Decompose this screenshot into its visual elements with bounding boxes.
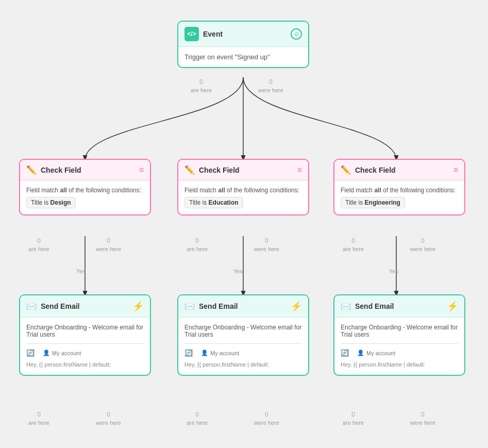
yes-label-center: Yes: [233, 268, 243, 274]
send-right-header: ✉️ Send Email ⚡: [334, 295, 464, 318]
send-email-node-left[interactable]: ✉️ Send Email ⚡ Encharge Onboarding - We…: [19, 294, 151, 376]
send-right-preview: Hey, {{ person.firstName | default:: [341, 361, 458, 369]
yes-label-right: Yes: [389, 268, 398, 274]
check-left-counters: 0are here 0were here: [28, 237, 121, 253]
check-right-filter-icon: ≡: [453, 165, 458, 175]
send-right-body: Encharge Onboarding - Welcome email for …: [334, 318, 464, 375]
check-center-header: ✏️ Check Field ≡: [178, 160, 308, 180]
event-settings-icon[interactable]: ⊙: [291, 28, 302, 40]
check-right-header: ✏️ Check Field ≡: [334, 160, 464, 180]
send-left-body: Encharge Onboarding - Welcome email for …: [20, 318, 150, 375]
send-center-meta: 🔄 👤 My account: [184, 349, 302, 357]
check-node-right[interactable]: ✏️ Check Field ≡ Field match all of the …: [333, 159, 465, 215]
send-center-header: ✉️ Send Email ⚡: [178, 295, 308, 318]
send-right-title: Send Email: [355, 302, 394, 310]
send-left-counters: 0are here 0were here: [28, 411, 121, 426]
event-node-body: Trigger on event "Signed up": [178, 47, 308, 67]
event-node[interactable]: </> Event ⊙ Trigger on event "Signed up": [177, 21, 309, 68]
check-center-title: Check Field: [199, 166, 240, 174]
check-left-pencil-icon: ✏️: [26, 165, 37, 175]
send-center-account-icon: 👤: [201, 350, 208, 356]
check-center-counters: 0are here 0were here: [187, 237, 279, 253]
check-right-body: Field match all of the following conditi…: [334, 180, 464, 214]
send-left-refresh-icon: 🔄: [26, 349, 35, 357]
event-counter-right: 0 were here: [258, 78, 283, 94]
check-node-left[interactable]: ✏️ Check Field ≡ Field match all of the …: [19, 159, 151, 215]
check-right-condition: Title is Engineering: [341, 197, 405, 208]
check-right-title: Check Field: [355, 166, 396, 174]
send-left-account-icon: 👤: [43, 350, 50, 356]
send-left-header: ✉️ Send Email ⚡: [20, 295, 150, 318]
check-node-center[interactable]: ✏️ Check Field ≡ Field match all of the …: [177, 159, 309, 215]
send-center-email-icon: ✉️: [184, 302, 195, 311]
send-right-email-icon: ✉️: [341, 302, 351, 311]
send-left-email-icon: ✉️: [26, 302, 37, 311]
event-node-header: </> Event ⊙: [178, 22, 308, 47]
check-right-pencil-icon: ✏️: [341, 165, 351, 175]
send-left-title: Send Email: [41, 302, 79, 310]
send-left-preview: Hey, {{ person.firstName | default:: [26, 361, 144, 369]
check-left-header: ✏️ Check Field ≡: [20, 160, 150, 180]
check-center-body: Field match all of the following conditi…: [178, 180, 308, 214]
send-right-account-icon: 👤: [357, 350, 364, 356]
send-center-preview: Hey, {{ person.firstName | default:: [184, 361, 302, 369]
send-center-title: Send Email: [199, 302, 238, 310]
send-right-refresh-icon: 🔄: [341, 349, 349, 357]
send-email-node-center[interactable]: ✉️ Send Email ⚡ Encharge Onboarding - We…: [177, 294, 309, 376]
event-code-icon: </>: [184, 27, 199, 41]
send-left-meta: 🔄 👤 My account: [26, 349, 144, 357]
yes-label-left: Yes: [76, 268, 86, 274]
check-center-filter-icon: ≡: [297, 165, 302, 175]
check-center-pencil-icon: ✏️: [184, 165, 195, 175]
check-center-condition: Title is Education: [184, 197, 243, 208]
check-left-filter-icon: ≡: [139, 165, 144, 175]
send-center-body: Encharge Onboarding - Welcome email for …: [178, 318, 308, 375]
send-center-refresh-icon: 🔄: [184, 349, 193, 357]
send-right-bolt-icon: ⚡: [447, 301, 458, 312]
send-left-bolt-icon: ⚡: [132, 301, 144, 312]
check-left-body: Field match all of the following conditi…: [20, 180, 150, 214]
check-left-condition: Title is Design: [26, 197, 76, 208]
send-email-node-right[interactable]: ✉️ Send Email ⚡ Encharge Onboarding - We…: [333, 294, 465, 376]
send-center-counters: 0are here 0were here: [187, 411, 279, 426]
send-center-bolt-icon: ⚡: [291, 301, 302, 312]
check-left-title: Check Field: [41, 166, 81, 174]
event-node-title: Event: [203, 30, 223, 38]
event-counter-left: 0 are here: [191, 78, 212, 94]
send-right-counters: 0are here 0were here: [343, 411, 435, 426]
send-right-meta: 🔄 👤 My account: [341, 349, 458, 357]
workflow-canvas: </> Event ⊙ Trigger on event "Signed up"…: [0, 0, 488, 448]
check-right-counters: 0are here 0were here: [343, 237, 435, 253]
event-counters: 0 are here 0 were here: [191, 78, 283, 94]
